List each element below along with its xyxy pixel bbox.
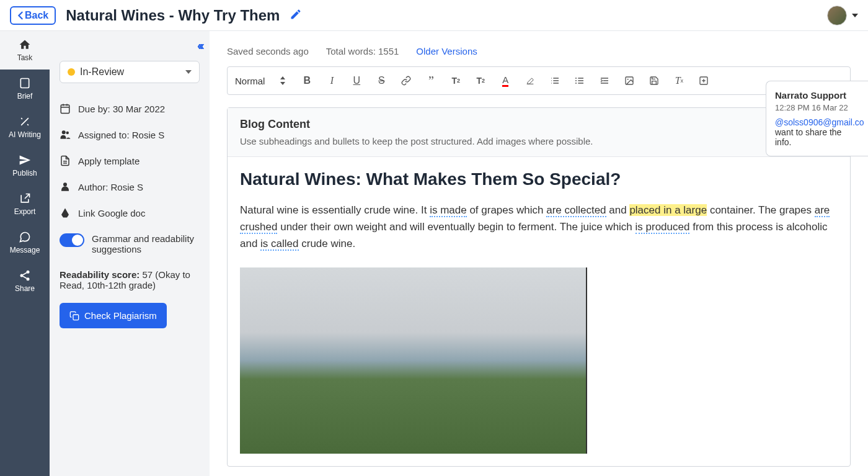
nav-label: Export <box>14 207 36 216</box>
comment-panel[interactable]: Narrato Support 12:28 PM 16 Mar 22 @sols… <box>766 81 868 156</box>
unordered-list-icon <box>575 76 585 86</box>
grammar-toggle-label: Grammar and readability suggestions <box>92 233 200 254</box>
strikethrough-button[interactable]: S <box>370 72 392 89</box>
avatar <box>827 6 847 25</box>
users-icon <box>60 129 71 140</box>
nav-brief[interactable]: Brief <box>0 70 50 108</box>
image-button[interactable] <box>618 72 640 89</box>
status-value: In-Review <box>80 66 124 78</box>
svg-point-3 <box>27 277 30 281</box>
image-icon <box>624 76 634 86</box>
page-title: Natural Wines - Why Try Them <box>66 7 280 24</box>
brief-icon <box>19 77 31 89</box>
due-value: 30 Mar 2022 <box>113 104 165 114</box>
grammar-toggle[interactable] <box>60 233 84 247</box>
nav-share[interactable]: Share <box>0 262 50 300</box>
svg-rect-0 <box>20 79 29 88</box>
apply-template-label: Apply template <box>78 156 140 166</box>
svg-point-2 <box>20 274 24 277</box>
plus-square-icon <box>699 76 709 86</box>
unordered-list-button[interactable] <box>569 72 591 89</box>
chevron-left-icon <box>17 11 24 20</box>
svg-point-11 <box>575 83 577 84</box>
status-select[interactable]: In-Review <box>60 61 200 83</box>
nav-rail: Task Brief AI Writing Publish Export Mes… <box>0 31 50 476</box>
format-value: Normal <box>235 76 265 86</box>
chevron-down-icon <box>852 14 858 17</box>
older-versions-link[interactable]: Older Versions <box>416 46 477 56</box>
author-value: Rosie S <box>111 182 144 192</box>
grammar-mark[interactable]: is called <box>260 238 298 251</box>
grammar-mark[interactable]: are collected <box>546 204 606 217</box>
google-drive-icon <box>60 207 71 218</box>
highlight-button[interactable] <box>519 72 541 89</box>
copy-icon <box>69 311 79 321</box>
nav-task[interactable]: Task <box>0 31 50 70</box>
back-button[interactable]: Back <box>10 6 56 25</box>
header-left: Back Natural Wines - Why Try Them <box>10 6 302 25</box>
grammar-mark[interactable]: is produced <box>636 221 690 234</box>
article-image[interactable] <box>240 267 587 454</box>
nav-label: Brief <box>17 92 33 101</box>
add-block-button[interactable] <box>693 72 715 89</box>
nav-label: Message <box>10 246 40 254</box>
collapse-sidebar-button[interactable]: ‹‹‹ <box>197 38 202 53</box>
content-section-subtitle: Use subheadings and bullets to keep the … <box>240 136 593 146</box>
sort-icon <box>280 76 286 85</box>
article-paragraph: Natural wine is essentially crude wine. … <box>240 202 838 253</box>
svg-point-5 <box>62 130 66 134</box>
save-icon <box>649 76 659 86</box>
svg-rect-8 <box>73 315 79 320</box>
clear-format-button[interactable]: Tx <box>668 72 690 89</box>
edit-icon <box>290 8 302 20</box>
subscript-button[interactable]: T2 <box>445 72 467 89</box>
apply-template-button[interactable]: Apply template <box>60 148 200 174</box>
nav-ai-writing[interactable]: AI Writing <box>0 108 50 146</box>
superscript-button[interactable]: T2 <box>469 72 492 89</box>
user-menu[interactable] <box>827 6 858 25</box>
template-icon <box>60 155 71 166</box>
due-label: Due by: <box>78 104 113 114</box>
status-dot-icon <box>68 68 75 76</box>
nav-label: AI Writing <box>9 130 41 139</box>
message-icon <box>19 231 31 243</box>
italic-button[interactable]: I <box>321 72 343 89</box>
check-plagiarism-label: Check Plagiarism <box>84 310 157 321</box>
article-heading: Natural Wines: What Makes Them So Specia… <box>240 169 838 189</box>
link-icon <box>401 76 411 86</box>
nav-export[interactable]: Export <box>0 185 50 223</box>
underline-button[interactable]: U <box>345 72 368 89</box>
nav-message[interactable]: Message <box>0 223 50 262</box>
highlight-mark[interactable]: placed in a large <box>629 204 707 216</box>
quote-button[interactable]: ” <box>420 72 442 89</box>
nav-publish[interactable]: Publish <box>0 146 50 185</box>
svg-point-9 <box>575 78 577 79</box>
edit-title-button[interactable] <box>290 8 302 23</box>
magic-wand-icon <box>19 115 31 128</box>
save-button[interactable] <box>643 72 665 89</box>
ordered-list-button[interactable] <box>544 72 566 89</box>
sidebar: ‹‹‹ In-Review Due by: 30 Mar 2022 Assign… <box>50 31 210 476</box>
editor-toolbar: Normal B I U S ” T2 T2 A Tx <box>227 66 851 95</box>
check-plagiarism-button[interactable]: Check Plagiarism <box>60 303 167 328</box>
format-dropdown[interactable]: Normal <box>235 76 293 86</box>
grammar-mark[interactable]: is made <box>430 204 467 217</box>
readability-score: Readability score: 57 (Okay to Read, 10t… <box>60 262 200 298</box>
link-button[interactable] <box>395 72 417 89</box>
bold-button[interactable]: B <box>296 72 318 89</box>
comment-time: 12:28 PM 16 Mar 22 <box>775 103 859 112</box>
svg-point-7 <box>63 182 67 186</box>
comment-body: @solss0906@gmail.co want to share the in… <box>775 117 859 147</box>
assigned-value: Rosie S <box>132 130 165 140</box>
text-color-button[interactable]: A <box>494 72 516 89</box>
author: Author: Rosie S <box>60 174 200 200</box>
svg-point-10 <box>575 80 577 81</box>
comment-mention: @solss0906@gmail.co <box>775 117 864 127</box>
back-label: Back <box>25 10 48 21</box>
editor-body[interactable]: Natural Wines: What Makes Them So Specia… <box>228 157 850 466</box>
link-google-doc-button[interactable]: Link Google doc <box>60 200 200 226</box>
assigned-to: Assigned to: Rosie S <box>60 122 200 148</box>
highlight-icon <box>525 76 535 86</box>
user-icon <box>60 181 71 192</box>
indent-button[interactable] <box>593 72 616 89</box>
